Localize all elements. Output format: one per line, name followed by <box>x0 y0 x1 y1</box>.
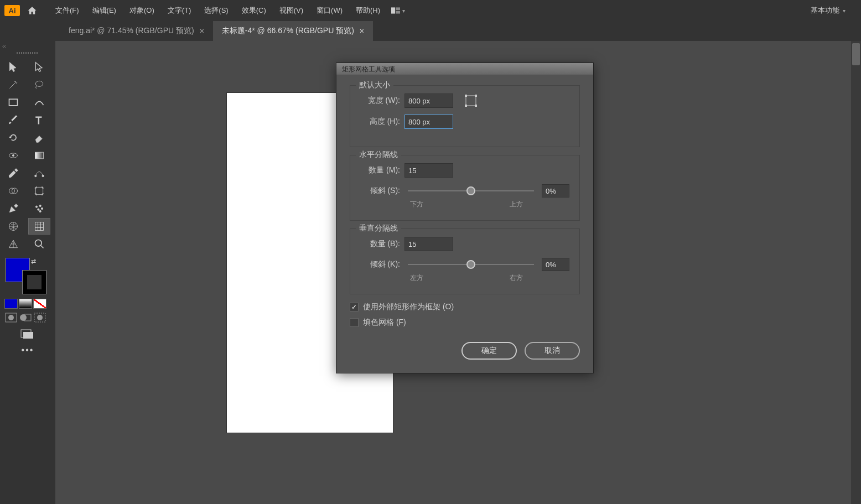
lasso-tool[interactable] <box>28 76 50 93</box>
type-tool[interactable]: T <box>28 112 50 128</box>
svg-rect-32 <box>475 95 477 97</box>
width-tool[interactable] <box>2 147 24 164</box>
slider-thumb[interactable] <box>466 186 475 195</box>
collapse-toggle[interactable]: ‹‹ <box>0 43 55 50</box>
mesh-tool[interactable] <box>2 218 24 235</box>
shape-builder-tool[interactable] <box>2 183 24 199</box>
svg-rect-8 <box>35 152 44 159</box>
cancel-button[interactable]: 取消 <box>525 342 580 360</box>
h-skew-value[interactable]: 0% <box>542 184 569 198</box>
menu-effect[interactable]: 效果(C) <box>235 2 273 19</box>
menu-type[interactable]: 文字(T) <box>161 2 198 19</box>
h-skew-slider[interactable] <box>408 190 534 191</box>
v-count-input[interactable] <box>404 237 453 251</box>
color-mode-solid[interactable] <box>4 299 18 309</box>
vertical-scrollbar[interactable] <box>851 41 861 504</box>
rectangular-grid-options-dialog: 矩形网格工具选项 默认大小 宽度 (W): 高度 (H): 水平分隔线 数量 (… <box>336 63 594 373</box>
menu-edit[interactable]: 编辑(E) <box>86 2 123 19</box>
use-frame-label: 使用外部矩形作为框架 (O) <box>363 302 454 312</box>
rotate-tool[interactable] <box>2 129 24 146</box>
vertical-dividers-section: 垂直分隔线 数量 (B): 倾斜 (K): 0% 左方 右方 <box>350 228 580 294</box>
section-title: 垂直分隔线 <box>356 224 401 233</box>
v-skew-low-label: 左方 <box>410 273 423 283</box>
fill-grid-checkbox[interactable] <box>350 318 359 327</box>
slider-thumb[interactable] <box>466 260 475 269</box>
svg-rect-20 <box>35 222 44 231</box>
magic-wand-tool[interactable] <box>2 76 24 93</box>
document-tab[interactable]: 未标题-4* @ 66.67% (RGB/GPU 预览) × <box>213 21 373 41</box>
tab-label: feng.ai* @ 71.45% (RGB/GPU 预览) <box>69 26 194 36</box>
width-input[interactable] <box>404 93 453 108</box>
color-modes <box>0 298 55 310</box>
fill-grid-label: 填色网格 (F) <box>363 318 406 328</box>
line-segment-tool[interactable] <box>28 94 50 111</box>
draw-behind-icon[interactable] <box>19 312 32 323</box>
direct-selection-tool[interactable] <box>28 59 50 75</box>
svg-rect-29 <box>23 332 33 339</box>
h-count-input[interactable] <box>404 163 453 178</box>
rectangular-grid-tool[interactable] <box>28 218 50 235</box>
width-label: 宽度 (W): <box>360 96 400 106</box>
panel-grip[interactable] <box>0 51 55 55</box>
section-title: 水平分隔线 <box>356 150 401 160</box>
pen-tool[interactable] <box>2 200 24 217</box>
v-skew-slider[interactable] <box>408 264 534 265</box>
eraser-tool[interactable] <box>28 129 50 146</box>
color-swatches: ⇄ <box>0 254 55 298</box>
menu-view[interactable]: 视图(V) <box>273 2 310 19</box>
menu-window[interactable]: 窗口(W) <box>310 2 349 19</box>
screen-mode[interactable] <box>0 325 55 343</box>
close-icon[interactable]: × <box>360 27 364 35</box>
stroke-color-swatch[interactable] <box>22 270 46 294</box>
h-skew-low-label: 下方 <box>410 200 423 209</box>
svg-point-18 <box>39 210 41 212</box>
blend-tool[interactable] <box>28 165 50 181</box>
scrollbar-thumb[interactable] <box>852 43 860 65</box>
selection-tool[interactable] <box>2 59 24 75</box>
menu-help[interactable]: 帮助(H) <box>349 2 387 19</box>
menu-file[interactable]: 文件(F) <box>49 2 86 19</box>
swap-colors-icon[interactable]: ⇄ <box>31 258 36 265</box>
menu-select[interactable]: 选择(S) <box>198 2 235 19</box>
home-icon[interactable] <box>27 6 38 15</box>
document-tab[interactable]: feng.ai* @ 71.45% (RGB/GPU 预览) × <box>60 21 213 41</box>
svg-point-24 <box>20 314 27 321</box>
tab-label: 未标题-4* @ 66.67% (RGB/GPU 预览) <box>222 26 354 36</box>
draw-inside-icon[interactable] <box>33 312 46 323</box>
close-icon[interactable]: × <box>200 27 204 35</box>
use-frame-checkbox[interactable] <box>350 303 359 311</box>
eyedropper-tool[interactable] <box>2 165 24 181</box>
color-mode-none[interactable] <box>33 299 46 309</box>
svg-rect-30 <box>466 96 476 106</box>
constrain-proportions-icon[interactable] <box>464 94 478 107</box>
workspace-switcher[interactable]: 基本功能 ▾ <box>811 6 857 15</box>
draw-normal-icon[interactable] <box>4 312 18 323</box>
height-input[interactable] <box>404 115 453 129</box>
svg-point-15 <box>39 205 41 206</box>
v-skew-high-label: 右方 <box>510 273 523 283</box>
arrange-documents[interactable]: ▾ <box>391 7 405 14</box>
gradient-tool[interactable] <box>28 147 50 164</box>
artboard-tool[interactable] <box>28 183 50 199</box>
color-mode-gradient[interactable] <box>19 299 32 309</box>
svg-rect-0 <box>391 7 395 13</box>
svg-rect-4 <box>9 99 18 106</box>
symbol-sprayer-tool[interactable] <box>28 200 50 217</box>
paintbrush-tool[interactable] <box>2 112 24 128</box>
svg-point-9 <box>35 175 37 176</box>
app-logo: Ai <box>4 5 20 16</box>
chevron-down-icon: ▾ <box>402 8 405 14</box>
menu-bar: Ai 文件(F) 编辑(E) 对象(O) 文字(T) 选择(S) 效果(C) 视… <box>0 0 861 21</box>
svg-text:T: T <box>35 115 42 126</box>
h-skew-label: 倾斜 (S): <box>360 186 400 196</box>
zoom-tool[interactable] <box>28 236 50 252</box>
chevron-down-icon: ▾ <box>843 8 846 14</box>
h-skew-high-label: 上方 <box>510 200 523 209</box>
rectangle-tool[interactable] <box>2 94 24 111</box>
v-skew-value[interactable]: 0% <box>542 258 569 271</box>
menu-object[interactable]: 对象(O) <box>123 2 161 19</box>
more-tools-icon[interactable]: ••• <box>0 343 55 357</box>
perspective-grid-tool[interactable] <box>2 236 24 252</box>
dialog-title[interactable]: 矩形网格工具选项 <box>336 63 593 75</box>
ok-button[interactable]: 确定 <box>461 342 517 360</box>
